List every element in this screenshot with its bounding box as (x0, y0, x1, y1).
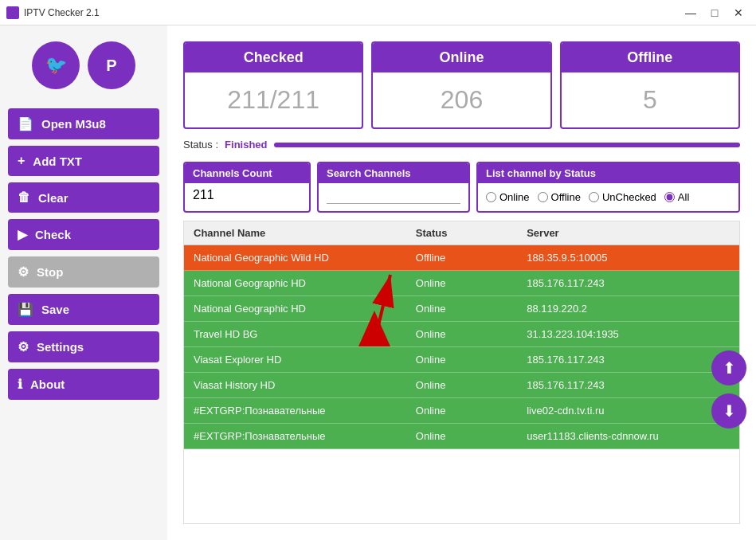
table-row[interactable]: Viasat Explorer HD Online 185.176.117.24… (184, 347, 739, 373)
checked-card: Checked 211/211 (183, 41, 363, 129)
sidebar: 🐦 P 📄 Open M3u8 + Add TXT 🗑 Clear ▶ Chec… (0, 25, 167, 540)
open-m3u8-button[interactable]: 📄 Open M3u8 (8, 108, 159, 139)
gear-icon: ⚙ (18, 339, 29, 354)
scroll-nav: ⬆ ⬇ (711, 350, 746, 428)
row-server: 31.13.223.104:1935 (517, 322, 739, 346)
table-row[interactable]: National Geographic HD Online 185.176.11… (184, 271, 739, 296)
file-icon: 📄 (18, 116, 33, 131)
about-label: About (30, 378, 65, 391)
offline-value: 5 (562, 72, 738, 127)
offline-card: Offline 5 (560, 41, 740, 129)
online-value: 206 (373, 72, 550, 127)
check-button[interactable]: ▶ Check (8, 219, 159, 250)
row-name: #EXTGRP:Познавательные (184, 424, 406, 448)
radio-all-label: All (678, 191, 689, 203)
add-txt-button[interactable]: + Add TXT (8, 146, 159, 176)
list-status-header: List channel by Status (478, 163, 738, 183)
header-name: Channel Name (184, 221, 406, 245)
table-row[interactable]: National Geographic HD Online 88.119.220… (184, 296, 739, 322)
scroll-up-icon: ⬆ (723, 358, 736, 378)
row-status: Online (406, 424, 517, 448)
clear-button[interactable]: 🗑 Clear (8, 182, 159, 213)
app-title: IPTV Checker 2.1 (24, 7, 680, 18)
about-button[interactable]: ℹ About (8, 369, 159, 400)
row-server: live02-cdn.tv.ti.ru (517, 398, 739, 423)
filter-row: Channels Count 211 Search Channels List … (183, 162, 740, 213)
radio-online-label: Online (499, 191, 530, 203)
add-txt-label: Add TXT (33, 155, 82, 168)
titlebar: IPTV Checker 2.1 — □ ✕ (0, 0, 756, 25)
status-radio-group: Online Offline UnChecked All (486, 188, 731, 206)
stop-label: Stop (37, 265, 63, 279)
clear-label: Clear (38, 191, 69, 205)
stop-icon: ⚙ (18, 264, 29, 280)
open-m3u8-label: Open M3u8 (41, 117, 106, 131)
minimize-button[interactable]: — (680, 5, 702, 21)
radio-offline[interactable]: Offline (538, 191, 581, 203)
table-row[interactable]: Viasat History HD Online 185.176.117.243 (184, 373, 739, 398)
table-row[interactable]: Travel HD BG Online 31.13.223.104:1935 (184, 322, 739, 347)
paypal-icon: P (106, 57, 116, 75)
header-server: Server (517, 221, 739, 245)
play-icon: ▶ (18, 227, 27, 242)
settings-label: Settings (37, 340, 84, 354)
radio-unchecked-label: UnChecked (602, 191, 656, 203)
row-status: Online (406, 296, 517, 321)
channel-table: Channel Name Status Server National Geog… (183, 221, 740, 524)
search-header: Search Channels (319, 163, 468, 183)
twitter-icon: 🐦 (45, 55, 67, 76)
channels-count-header: Channels Count (185, 163, 309, 183)
row-server: 188.35.9.5:10005 (517, 245, 739, 270)
search-input[interactable] (327, 188, 460, 204)
stop-button[interactable]: ⚙ Stop (8, 256, 159, 288)
table-body: National Geographic Wild HD Offline 188.… (184, 245, 739, 523)
radio-online[interactable]: Online (486, 191, 530, 203)
trash-icon: 🗑 (18, 190, 30, 205)
settings-button[interactable]: ⚙ Settings (8, 331, 159, 362)
channels-count-box: Channels Count 211 (183, 162, 311, 213)
info-icon: ℹ (18, 377, 22, 392)
status-value: Finished (225, 139, 267, 151)
add-icon: + (18, 154, 25, 168)
maximize-button[interactable]: □ (703, 5, 726, 21)
paypal-button[interactable]: P (88, 41, 135, 89)
table-row[interactable]: National Geographic Wild HD Offline 188.… (184, 245, 739, 271)
row-name: Viasat Explorer HD (184, 347, 406, 372)
close-button[interactable]: ✕ (727, 5, 750, 21)
list-status-box: List channel by Status Online Offline (476, 162, 740, 213)
header-status: Status (406, 221, 517, 245)
row-server: 185.176.117.243 (517, 373, 739, 397)
stats-row: Checked 211/211 Online 206 Offline 5 (183, 41, 740, 129)
status-bar: Status : Finished (183, 139, 740, 151)
checked-value: 211/211 (185, 72, 362, 127)
online-header: Online (373, 43, 550, 72)
radio-unchecked[interactable]: UnChecked (589, 191, 656, 203)
twitter-button[interactable]: 🐦 (32, 41, 80, 89)
row-server: 88.119.220.2 (517, 296, 739, 321)
radio-offline-input[interactable] (538, 192, 548, 202)
scroll-up-button[interactable]: ⬆ (711, 350, 746, 385)
table-row[interactable]: #EXTGRP:Познавательные Online live02-cdn… (184, 398, 739, 424)
scroll-down-icon: ⬇ (723, 401, 736, 421)
checked-header: Checked (185, 43, 362, 72)
row-status: Online (406, 373, 517, 397)
table-row[interactable]: #EXTGRP:Познавательные Online user11183.… (184, 424, 739, 449)
table-header: Channel Name Status Server (184, 221, 739, 245)
row-server: user11183.clients-cdnnow.ru (517, 424, 739, 448)
radio-all-input[interactable] (664, 192, 675, 202)
radio-unchecked-input[interactable] (589, 192, 599, 202)
row-server: 185.176.117.243 (517, 347, 739, 372)
search-box: Search Channels (317, 162, 470, 213)
row-status: Online (406, 347, 517, 372)
radio-all[interactable]: All (664, 191, 689, 203)
check-label: Check (35, 228, 71, 241)
save-button[interactable]: 💾 Save (8, 294, 159, 325)
content-area: Checked 211/211 Online 206 Offline 5 Sta… (167, 25, 756, 540)
status-label: Status : (183, 139, 218, 151)
status-progress-bar (274, 143, 740, 147)
row-server: 185.176.117.243 (517, 271, 739, 295)
social-buttons: 🐦 P (8, 41, 159, 89)
status-progress-fill (274, 143, 740, 147)
scroll-down-button[interactable]: ⬇ (711, 393, 746, 428)
radio-online-input[interactable] (486, 192, 496, 202)
